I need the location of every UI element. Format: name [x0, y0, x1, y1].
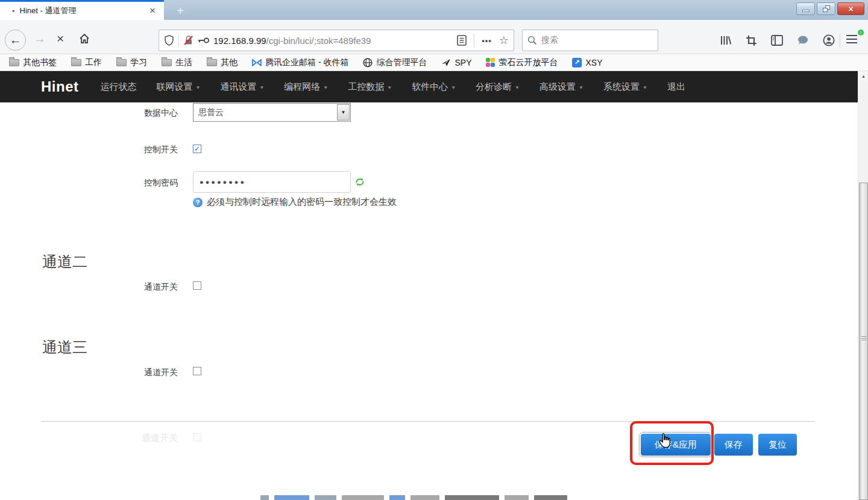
save-button[interactable]: 保存 [714, 434, 753, 455]
folder-icon [162, 59, 172, 66]
data-center-label: 数据中心 [96, 108, 178, 119]
close-window-icon: × [848, 5, 853, 13]
xsy-icon: ↗ [572, 58, 582, 67]
scrollbar-thumb[interactable] [859, 183, 868, 500]
scrollbar-grip [861, 335, 867, 342]
bookmark-folder-misc[interactable]: 其他 [207, 57, 237, 68]
nav-item-programming-network[interactable]: 编程网络▼ [284, 81, 328, 93]
reset-button[interactable]: 复位 [758, 434, 797, 455]
password-help-text: 必须与控制时远程输入的密码一致控制才会生效 [207, 196, 397, 208]
tab-favicon-dot: • [12, 7, 15, 16]
bookmark-mgmt-platform[interactable]: 综合管理平台 [363, 57, 427, 68]
nav-item-industrial-data[interactable]: 工控数据▼ [348, 81, 392, 93]
cursor-hand-icon [657, 433, 673, 449]
search-bar[interactable]: 搜索 [522, 30, 658, 51]
account-icon[interactable] [823, 34, 835, 46]
key-icon[interactable] [198, 37, 210, 44]
folder-icon [71, 59, 81, 66]
hamburger-menu-button[interactable]: ↑ [846, 33, 862, 48]
ezviz-grid-icon [486, 58, 495, 67]
nav-item-diagnostics[interactable]: 分析诊断▼ [476, 81, 520, 93]
bookmark-folder-work[interactable]: 工作 [71, 57, 102, 68]
page-actions-icon[interactable]: ••• [482, 36, 492, 45]
chevron-down-icon: ▼ [579, 85, 583, 90]
bookmark-folder-study[interactable]: 学习 [116, 57, 147, 68]
tencent-mail-icon [252, 58, 262, 67]
minimize-button[interactable] [796, 2, 815, 15]
page-scrollbar[interactable]: ▲ [858, 71, 868, 500]
bookmark-label: 学习 [130, 57, 147, 68]
bookmark-label: SPY [454, 58, 471, 67]
bookmark-spy[interactable]: SPY [441, 58, 471, 67]
update-badge: ↑ [857, 28, 865, 37]
bookmark-label: 综合管理平台 [376, 57, 427, 68]
channel2-title: 通道二 [42, 252, 87, 272]
bookmarks-bar: 其他书签 工作 学习 生活 其他 腾讯企业邮箱 - 收件箱 综合管理平台 [0, 54, 868, 71]
back-button[interactable]: ← [5, 30, 26, 51]
scrollbar-up-arrow[interactable]: ▲ [858, 71, 868, 81]
search-placeholder: 搜索 [541, 35, 558, 46]
channel3-switch-checkbox[interactable] [193, 367, 201, 375]
stop-button[interactable]: × [57, 31, 64, 46]
tab-close-icon[interactable]: × [147, 5, 158, 17]
folder-icon [9, 59, 19, 66]
search-icon [527, 36, 537, 45]
browser-tab-active[interactable]: • Hinet - 通道管理 × [0, 0, 164, 20]
nav-item-advanced-settings[interactable]: 高级设置▼ [539, 81, 583, 93]
toolbar-divider [840, 33, 840, 48]
close-window-button[interactable]: × [837, 2, 864, 15]
bookmark-label: XSY [585, 58, 602, 67]
password-help-row: ? 必须与控制时远程输入的密码一致控制才会生效 [193, 196, 397, 208]
channel3-title: 通道三 [42, 337, 87, 357]
chevron-down-icon: ▼ [643, 85, 647, 90]
bookmark-folder-life[interactable]: 生活 [162, 57, 192, 68]
refresh-password-icon[interactable] [355, 177, 365, 189]
nav-item-software-center[interactable]: 软件中心▼ [412, 81, 456, 93]
nav-item-system-settings[interactable]: 系统设置▼ [603, 81, 647, 93]
help-icon: ? [193, 198, 203, 207]
minimize-icon [802, 10, 810, 12]
bookmark-xsy[interactable]: ↗ XSY [572, 58, 602, 67]
screenshot-crop-icon[interactable] [746, 35, 757, 46]
ghost-switch-label: 通道开关 [96, 433, 178, 444]
control-password-input[interactable]: ●●●●●●●● [193, 171, 351, 193]
nav-item-comm-settings[interactable]: 通讯设置▼ [220, 81, 264, 93]
ghost-checkbox [193, 433, 201, 442]
reader-view-icon[interactable] [457, 35, 467, 46]
nav-item-logout[interactable]: 退出 [667, 81, 685, 93]
bookmark-label: 其他书签 [23, 57, 57, 68]
forward-button[interactable]: → [34, 32, 46, 46]
chevron-down-icon: ▼ [387, 85, 392, 90]
insecure-lock-icon[interactable] [183, 35, 194, 46]
bookmark-label: 萤石云开放平台 [498, 57, 558, 68]
nav-item-network-settings[interactable]: 联网设置▼ [157, 81, 201, 93]
control-password-label: 控制密码 [96, 178, 178, 189]
data-center-select[interactable]: 思普云 ▼ [193, 103, 351, 122]
sidebar-toggle-icon[interactable] [771, 35, 783, 46]
bookmark-star-icon[interactable]: ☆ [499, 34, 509, 47]
bookmark-tencent-mail[interactable]: 腾讯企业邮箱 - 收件箱 [252, 57, 348, 68]
url-fade [429, 36, 453, 46]
bookmark-folder-other-bookmarks[interactable]: 其他书签 [9, 57, 57, 68]
nav-item-running-status[interactable]: 运行状态 [101, 81, 137, 93]
bookmark-label: 工作 [85, 57, 102, 68]
new-tab-button[interactable]: + [171, 4, 189, 19]
channel2-switch-checkbox[interactable] [193, 281, 201, 290]
bookmark-ezviz[interactable]: 萤石云开放平台 [486, 57, 558, 68]
pocket-chat-icon[interactable] [797, 35, 809, 46]
footer-cropped-text [260, 495, 567, 500]
folder-icon [116, 59, 127, 66]
restore-icon [823, 5, 830, 12]
library-icon[interactable] [720, 34, 732, 46]
bookmark-label: 腾讯企业邮箱 - 收件箱 [265, 57, 348, 68]
url-host: 192.168.9.99 [213, 36, 266, 46]
url-separator [178, 34, 179, 46]
home-button[interactable] [78, 33, 90, 45]
tracking-shield-icon[interactable] [164, 35, 174, 46]
url-text[interactable]: 192.168.9.99/cgi-bin/luci/;stok=489fe39 [213, 36, 453, 46]
control-switch-checkbox[interactable]: ✓ [193, 145, 201, 153]
url-bar[interactable]: 192.168.9.99/cgi-bin/luci/;stok=489fe39 … [159, 30, 514, 51]
select-dropdown-button[interactable]: ▼ [337, 104, 350, 120]
restore-button[interactable] [817, 2, 835, 15]
channel2-switch-label: 通道开关 [96, 282, 178, 293]
